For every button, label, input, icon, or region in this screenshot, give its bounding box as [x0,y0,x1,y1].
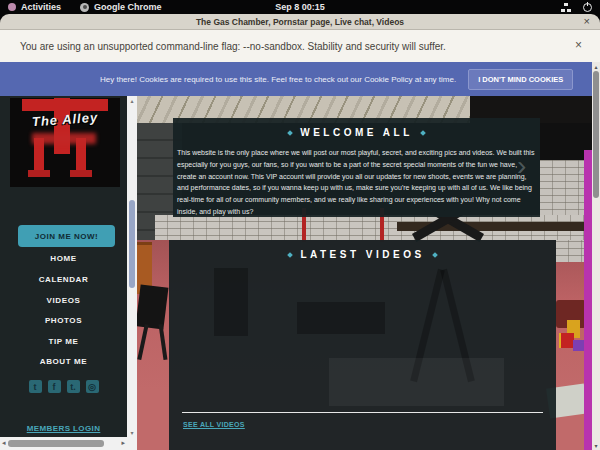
sidebar-vertical-scrollbar[interactable]: ▴ ▾ [127,96,137,437]
scrollbar-thumb[interactable] [129,200,135,288]
diamond-icon [432,252,438,258]
scroll-right-icon[interactable]: ▸ [121,439,125,447]
photo-brick-wall [556,240,586,262]
see-all-videos-link[interactable]: SEE ALL VIDEOS [183,421,245,428]
photo-speaker-ghost [214,268,248,336]
nav-about-me[interactable]: ABOUT ME [0,357,127,366]
diamond-icon [420,130,426,136]
cookie-message: Hey there! Cookies are required to use t… [0,75,456,84]
nav-photos[interactable]: PHOTOS [0,316,127,325]
screen: Activities Google Chrome Sep 8 00:15 The… [0,0,600,450]
desktop-top-bar: Activities Google Chrome Sep 8 00:15 [0,0,600,14]
photo-mat-ghost [329,358,504,406]
site-logo[interactable]: The Alley [10,98,120,187]
logo-frame-foot [70,170,92,177]
scroll-left-icon[interactable]: ◂ [2,439,6,447]
infobar-close-icon[interactable]: × [575,38,582,52]
nav-videos[interactable]: VIDEOS [0,296,127,305]
photo-black-chair [137,284,168,329]
diamond-icon [288,252,294,258]
cookie-banner: Hey there! Cookies are required to use t… [0,62,592,96]
welcome-body-text: This website is the only place where we … [177,147,536,218]
scroll-down-icon[interactable]: ▾ [592,442,600,449]
scroll-up-icon[interactable]: ▴ [127,97,137,104]
scrollbar-thumb[interactable] [593,71,599,198]
infobar-message: You are using an unsupported command-lin… [0,41,446,52]
nav-calendar[interactable]: CALENDAR [0,275,127,284]
latest-videos-heading: LATEST VIDEOS [169,249,556,260]
scroll-up-icon[interactable]: ▴ [592,63,600,70]
photo-magenta-strip [584,150,592,450]
main-content: WELCOME ALL This website is the only pla… [137,96,592,450]
welcome-section: WELCOME ALL This website is the only pla… [173,118,540,217]
logo-frame-foot [28,170,50,177]
facebook-icon[interactable]: f [48,380,61,393]
diamond-icon [287,130,293,136]
scroll-down-icon[interactable]: ▾ [127,429,137,436]
latest-videos-title: LATEST VIDEOS [300,249,424,260]
instagram-icon[interactable]: ◎ [86,380,99,393]
scrollbar-thumb[interactable] [8,440,104,447]
window-title: The Gas Chamber, Pornstar page, Live cha… [196,17,404,27]
webpage: The Alley JOIN ME NOW! HOME CALENDAR VID… [0,96,600,450]
photo-gift-box [559,333,574,348]
logo-red-text [32,133,96,144]
welcome-heading: WELCOME ALL [173,127,540,138]
window-close-icon[interactable]: × [584,15,590,27]
accept-cookies-button[interactable]: I DON'T MIND COOKIES [468,69,573,90]
page-vertical-scrollbar[interactable]: ▴ ▾ [592,62,600,450]
tumblr-icon[interactable]: t. [67,380,80,393]
window-title-bar: The Gas Chamber, Pornstar page, Live cha… [0,14,600,30]
twitter-icon[interactable]: t [29,380,42,393]
nav-tip-me[interactable]: TIP ME [0,337,127,346]
latest-videos-section: LATEST VIDEOS SEE ALL VIDEOS [169,240,556,450]
divider-line [182,412,543,413]
flag-infobar: You are using an unsupported command-lin… [0,30,600,62]
sidebar-horizontal-scrollbar[interactable]: ◂ ▸ [0,437,137,450]
network-icon[interactable] [561,3,571,12]
nav-home[interactable]: HOME [0,254,127,263]
photo-gift-box [573,340,584,351]
sidebar: The Alley JOIN ME NOW! HOME CALENDAR VID… [0,96,127,437]
power-icon[interactable] [583,3,592,12]
welcome-title: WELCOME ALL [300,127,413,138]
members-login-link[interactable]: MEMBERS LOGIN [0,424,127,433]
social-links: t f t. ◎ [0,380,127,393]
join-now-button[interactable]: JOIN ME NOW! [18,225,115,247]
clock[interactable]: Sep 8 00:15 [0,2,600,12]
photo-table-ghost [297,302,385,334]
carousel-next-icon[interactable]: › [517,152,526,180]
